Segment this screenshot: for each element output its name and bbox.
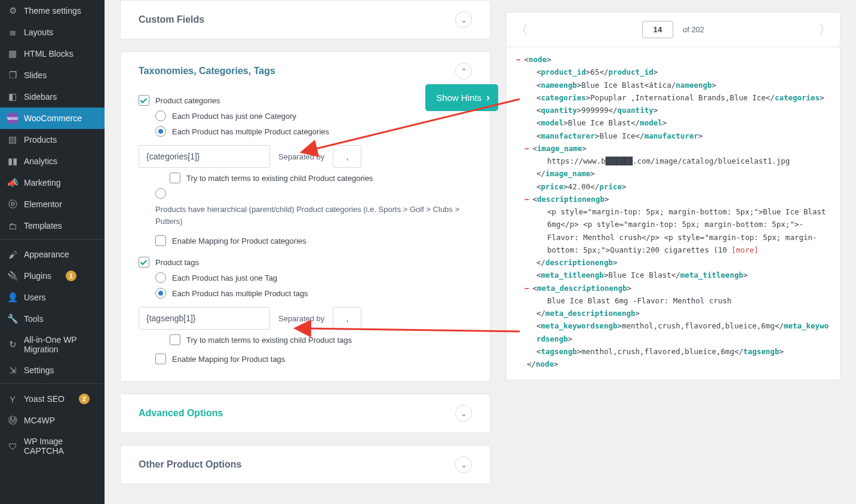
chevron-down-icon[interactable]: ⌄	[455, 405, 472, 422]
panel-custom-fields: Custom Fields ⌄	[120, 0, 490, 39]
sidebar-item-label: Templates	[24, 221, 62, 231]
panel-other-header[interactable]: Other Product Options ⌄	[121, 445, 490, 484]
xml-value: Blue Ice Blast	[568, 118, 631, 127]
sidebar-item-marketing[interactable]: 📣Marketing	[0, 172, 105, 193]
archive-icon: ▤	[7, 134, 18, 145]
pager-prev-button[interactable]: 〈	[515, 21, 528, 39]
chevron-up-icon[interactable]: ⌃	[455, 63, 472, 79]
match-child-categories-checkbox[interactable]	[170, 173, 180, 183]
sidebar-item-templates[interactable]: 🗀Templates	[0, 215, 105, 236]
xml-tag: meta_titleengb	[541, 271, 604, 279]
sidebar-item-captcha[interactable]: 🛡WP Image CAPTCHA	[0, 431, 105, 461]
xml-value: Blue Ice Blast	[608, 271, 671, 279]
xml-value: 42.00	[568, 182, 591, 191]
sidebar-item-appearance[interactable]: 🖌Appearance	[0, 244, 105, 265]
wrench-icon: 🔧	[7, 314, 18, 324]
one-category-radio[interactable]	[155, 110, 166, 121]
pager-current-input[interactable]	[642, 21, 673, 38]
xml-collapse-toggle[interactable]: −	[521, 195, 533, 204]
sidebar-item-label: WP Image CAPTCHA	[24, 437, 97, 456]
enable-tag-mapping-label: Enable Mapping for Product tags	[172, 355, 285, 364]
sidebar-item-label: Theme settings	[24, 6, 81, 16]
xml-tag: quantity	[618, 106, 653, 115]
xml-value: Popuplar ,International Brands,Blue Ice	[590, 93, 766, 102]
sidebar-item-theme-settings[interactable]: ⚙Theme settings	[0, 0, 105, 21]
sidebar-item-layouts[interactable]: ≣Layouts	[0, 21, 105, 43]
pager-next-button[interactable]: 〉	[818, 21, 832, 39]
multi-tags-row: Each Product has multiple Product tags	[155, 288, 472, 299]
product-categories-row: Product categories	[139, 95, 472, 106]
xml-value: Blue Ice Blast	[581, 81, 644, 90]
categories-value-input[interactable]	[139, 145, 270, 168]
admin-sidebar: ⚙Theme settings ≣Layouts ▦HTML Blocks ❐S…	[0, 0, 105, 504]
sidebar-item-analytics[interactable]: ▮▮Analytics	[0, 150, 105, 172]
sidebar-item-products[interactable]: ▤Products	[0, 129, 105, 150]
xml-tag: meta_descriptionengb	[545, 309, 636, 318]
xml-tag: manufacturer	[541, 131, 595, 140]
folder-icon: 🗀	[7, 220, 18, 231]
xml-tag: meta_keywordsengb	[541, 321, 618, 330]
xml-more-link[interactable]: [more]	[732, 245, 759, 254]
panel-custom-fields-header[interactable]: Custom Fields ⌄	[121, 1, 490, 39]
sidebar-item-label: MC4WP	[24, 416, 55, 425]
sidebar-item-settings[interactable]: ⇲Settings	[0, 359, 105, 381]
panel-advanced-header[interactable]: Advanced Options ⌄	[121, 394, 490, 432]
sidebar-item-yoast[interactable]: YYoast SEO 2	[0, 388, 105, 410]
sidebar-item-tools[interactable]: 🔧Tools	[0, 308, 105, 330]
xml-tag: meta_descriptionengb	[537, 284, 627, 293]
pager-total: 202	[691, 25, 704, 34]
main-content: Custom Fields ⌄ Taxonomies, Categories, …	[120, 0, 490, 496]
product-tags-label: Product tags	[155, 258, 199, 267]
xml-value: Blue Ice	[599, 131, 635, 140]
sidebar-item-ai1wm[interactable]: ↻All-in-One WP Migration	[0, 330, 105, 359]
sidebar-item-label: Settings	[24, 365, 54, 375]
brush-icon: 🖌	[7, 249, 18, 260]
product-categories-label: Product categories	[155, 96, 220, 105]
one-tag-radio[interactable]	[155, 272, 166, 283]
panel-advanced-title: Advanced Options	[139, 408, 223, 419]
enable-cat-mapping-checkbox[interactable]	[155, 235, 166, 246]
tags-separator-input[interactable]	[333, 307, 361, 330]
panel-custom-fields-title: Custom Fields	[139, 14, 204, 25]
match-child-tags-label: Try to match terms to existing child Pro…	[186, 336, 352, 345]
sidebar-item-mc4wp[interactable]: ⓂMC4WP	[0, 410, 105, 431]
multi-category-radio[interactable]	[155, 126, 166, 137]
sidebar-item-users[interactable]: 👤Users	[0, 287, 105, 308]
enable-tag-mapping-checkbox[interactable]	[155, 354, 166, 364]
xml-tag: manufacturer	[645, 131, 698, 140]
sidebar-item-slides[interactable]: ❐Slides	[0, 64, 105, 86]
categories-separator-input[interactable]	[333, 145, 361, 168]
panel-advanced: Advanced Options ⌄	[120, 394, 490, 433]
xml-tag: meta_titleengb	[680, 271, 743, 279]
chevron-down-icon[interactable]: ⌄	[455, 456, 472, 473]
one-category-row: Each Product has just one Category	[155, 110, 472, 121]
one-category-label: Each Product has just one Category	[172, 112, 296, 121]
multi-category-row: Each Product has multiple Product catego…	[155, 126, 472, 137]
xml-tag: product_id	[608, 67, 653, 76]
tags-value-input[interactable]	[139, 307, 270, 330]
show-hints-button[interactable]: Show Hints ›	[425, 84, 498, 111]
product-tags-checkbox[interactable]	[139, 257, 149, 268]
match-child-categories-row: Try to match terms to existing child Pro…	[170, 173, 472, 183]
sidebar-item-label: Elementor	[24, 199, 62, 209]
sidebar-item-label: WooCommerce	[24, 113, 82, 123]
match-child-tags-checkbox[interactable]	[170, 334, 180, 345]
chevron-down-icon[interactable]: ⌄	[455, 11, 472, 28]
xml-tag: price	[599, 182, 622, 191]
sidebar-item-plugins[interactable]: 🔌Plugins 1	[0, 265, 105, 287]
xml-collapse-toggle[interactable]: −	[521, 284, 533, 293]
multi-tags-radio[interactable]	[155, 288, 166, 299]
xml-collapse-toggle[interactable]: −	[521, 144, 533, 153]
sidebar-item-elementor[interactable]: ⓔElementor	[0, 193, 105, 215]
xml-collapse-toggle[interactable]: −	[513, 55, 524, 64]
xml-tag: image_name	[545, 169, 590, 178]
product-categories-checkbox[interactable]	[139, 95, 149, 106]
hierarchical-radio[interactable]	[155, 188, 166, 199]
xml-tag: descriptionengb	[545, 258, 613, 267]
sidebar-item-label: Sidebars	[24, 92, 57, 102]
woo-icon: woo	[7, 113, 18, 124]
xml-tag: model	[640, 118, 662, 127]
sidebar-item-woocommerce[interactable]: wooWooCommerce	[0, 107, 105, 129]
sidebar-item-html-blocks[interactable]: ▦HTML Blocks	[0, 43, 105, 64]
sidebar-item-sidebars[interactable]: ◧Sidebars	[0, 86, 105, 107]
